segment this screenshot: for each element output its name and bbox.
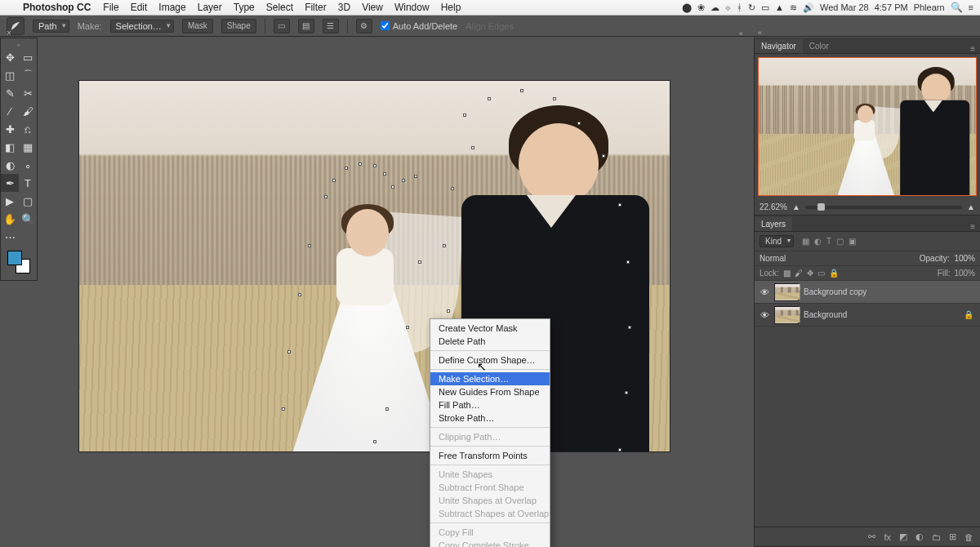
menu-edit[interactable]: Edit	[125, 2, 154, 13]
lock-trans-icon[interactable]: ▩	[783, 269, 791, 278]
auto-add-delete-input[interactable]	[381, 21, 390, 30]
marquee-tool[interactable]: ◫	[1, 66, 19, 84]
spotlight-icon[interactable]: 🔍	[951, 2, 963, 13]
path-anchor-point[interactable]	[625, 391, 628, 394]
path-anchor-point[interactable]	[471, 146, 474, 149]
color-swatches[interactable]	[1, 246, 37, 274]
clone-tool[interactable]: ⎌	[19, 120, 37, 138]
layer-thumbnail[interactable]	[774, 283, 799, 301]
new-layer-icon[interactable]: ⊞	[949, 531, 956, 542]
blur-tool[interactable]: ∘	[19, 156, 37, 174]
path-anchor-point[interactable]	[602, 154, 605, 158]
color-tab[interactable]: Color	[803, 39, 835, 53]
lock-artboard-icon[interactable]: ▭	[817, 269, 825, 278]
adjustment-layer-icon[interactable]: ◐	[915, 531, 924, 542]
mask-button[interactable]: Mask	[182, 19, 213, 33]
path-mode-dropdown[interactable]: Path	[33, 20, 69, 33]
navigator-thumbnail[interactable]	[758, 57, 977, 196]
app-name[interactable]: Photoshop CC	[16, 2, 97, 13]
type-tool[interactable]: T	[19, 174, 37, 192]
tray-time[interactable]: 4:57 PM	[875, 2, 908, 12]
crop-tool[interactable]: ✂	[19, 84, 37, 102]
shape-tool[interactable]: ▢	[19, 192, 37, 210]
strip-collapse-icon[interactable]: «	[739, 29, 743, 38]
context-menu-item[interactable]: Make Selection…	[430, 372, 550, 385]
path-anchor-point[interactable]	[308, 244, 311, 247]
zoom-tool[interactable]: 🔍	[19, 210, 37, 228]
path-anchor-point[interactable]	[298, 293, 301, 296]
path-anchor-point[interactable]	[488, 97, 491, 100]
link-layers-icon[interactable]: ⚯	[868, 531, 875, 542]
lock-all-icon[interactable]: 🔒	[829, 269, 839, 278]
path-anchor-point[interactable]	[324, 195, 327, 198]
context-menu-item[interactable]: Delete Path	[430, 335, 550, 348]
dodge-tool[interactable]: ◐	[1, 156, 19, 174]
path-anchor-point[interactable]	[373, 164, 376, 167]
path-anchor-point[interactable]	[618, 203, 621, 207]
filter-shape-icon[interactable]: ▢	[836, 237, 844, 246]
eraser-tool[interactable]: ◧	[1, 138, 19, 156]
layer-filter-kind[interactable]: Kind	[760, 235, 794, 247]
path-align-icon[interactable]: ▤	[298, 19, 314, 33]
tray-cc-icon[interactable]: ❀	[697, 2, 705, 13]
path-anchor-point[interactable]	[520, 89, 523, 92]
path-anchor-point[interactable]	[451, 187, 454, 190]
zoom-value[interactable]: 22.62%	[760, 202, 787, 211]
menu-view[interactable]: View	[356, 2, 389, 13]
layer-name[interactable]: Background copy	[804, 287, 866, 296]
notification-center-icon[interactable]: ≡	[969, 2, 973, 12]
filter-smart-icon[interactable]: ▣	[849, 237, 856, 246]
menu-type[interactable]: Type	[228, 2, 261, 13]
group-icon[interactable]: 🗀	[932, 532, 941, 542]
path-anchor-point[interactable]	[332, 179, 336, 182]
tray-record-icon[interactable]: ⬤	[682, 2, 692, 13]
gear-icon[interactable]: ⚙	[356, 19, 372, 33]
tray-volume-icon[interactable]: 🔊	[803, 2, 814, 13]
path-anchor-point[interactable]	[391, 185, 394, 189]
visibility-toggle[interactable]: 👁	[755, 287, 774, 297]
path-anchor-point[interactable]	[463, 113, 466, 117]
blend-mode-dropdown[interactable]: Normal	[760, 254, 915, 263]
hand-tool[interactable]: ✋	[1, 210, 19, 228]
path-anchor-point[interactable]	[443, 244, 446, 247]
visibility-toggle[interactable]: 👁	[755, 310, 774, 320]
path-anchor-point[interactable]	[414, 175, 417, 178]
menu-window[interactable]: Window	[389, 2, 435, 13]
filter-pixel-icon[interactable]: ▦	[802, 237, 809, 246]
menu-layer[interactable]: Layer	[192, 2, 228, 13]
lasso-tool[interactable]: ⌒	[19, 66, 37, 84]
context-menu-item[interactable]: Create Vector Mask	[430, 322, 550, 335]
context-menu-item[interactable]: New Guides From Shape	[430, 385, 550, 398]
tray-timemachine-icon[interactable]: ↻	[748, 2, 755, 13]
panel-menu-icon[interactable]: ≡	[965, 222, 980, 231]
eyedropper-tool[interactable]: ⁄	[1, 102, 19, 120]
toolbar-grip[interactable]: »	[1, 42, 37, 48]
context-menu-item[interactable]: Define Custom Shape…	[430, 354, 550, 367]
layer-row[interactable]: 👁 Background copy	[755, 281, 980, 304]
lock-paint-icon[interactable]: 🖌	[795, 269, 803, 278]
filter-type-icon[interactable]: T	[826, 237, 831, 246]
path-anchor-point[interactable]	[359, 162, 362, 166]
path-anchor-point[interactable]	[383, 172, 386, 176]
path-anchor-point[interactable]	[406, 326, 409, 329]
tray-dropbox-icon[interactable]: ⟐	[725, 2, 731, 12]
healing-tool[interactable]: ✚	[1, 120, 19, 138]
context-menu-item[interactable]: Stroke Path…	[430, 411, 550, 425]
path-ops-icon[interactable]: ▭	[274, 19, 290, 33]
artboard-tool[interactable]: ▭	[19, 48, 37, 66]
tray-sync-icon[interactable]: ☁	[710, 2, 719, 13]
doc-tab-close-icon[interactable]: ×	[2, 29, 16, 38]
dock-collapse-icon[interactable]: «	[758, 29, 762, 37]
pen-tool[interactable]: ✒	[1, 174, 19, 192]
layer-thumbnail[interactable]	[774, 306, 799, 324]
menu-help[interactable]: Help	[435, 2, 467, 13]
path-anchor-point[interactable]	[553, 97, 556, 100]
layer-mask-icon[interactable]: ◩	[899, 531, 907, 542]
path-anchor-point[interactable]	[373, 440, 376, 443]
context-menu-item[interactable]: Free Transform Points	[430, 449, 550, 462]
tray-user[interactable]: Phlearn	[914, 2, 945, 12]
auto-add-delete-checkbox[interactable]: Auto Add/Delete	[381, 21, 458, 31]
tray-date[interactable]: Wed Mar 28	[820, 2, 869, 12]
path-anchor-point[interactable]	[577, 122, 581, 125]
path-anchor-point[interactable]	[618, 448, 621, 451]
